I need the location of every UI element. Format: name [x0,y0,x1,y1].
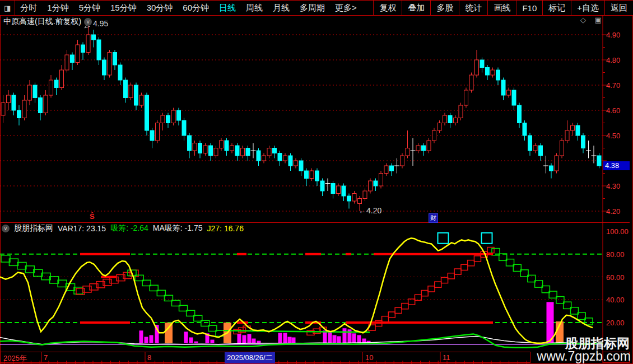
menu-item-daily[interactable]: 日线 [214,1,241,15]
menu-item-fuquan[interactable]: 复权 [373,1,402,15]
menu-item-huaxian[interactable]: 画线 [487,1,516,15]
indicator-chevron-down-icon[interactable]: ˅ [2,225,10,232]
finance-event-marker[interactable]: 财 [429,213,438,223]
trading-app-window: ◨ 分时 1分钟 5分钟 15分钟 30分钟 60分钟 日线 周线 月线 多周期… [0,0,633,364]
menu-item-more[interactable]: 更多> [330,1,362,15]
price-axis-label: 4.70 [606,81,620,90]
high-price-annotation: 4.95 [93,19,108,28]
menu-item-biaoji[interactable]: 标记 [542,1,571,15]
price-axis-label: 4.90 [606,31,620,39]
indicator-axis-label: 100.00 [606,227,629,236]
price-axis-label: 4.60 [606,106,620,115]
menubar-right-group: 复权 叠加 多股 统计 画线 F10 标记 +自选 返回 [373,1,633,15]
window-icon[interactable]: ◨ [0,1,15,15]
indicator-xichou-value: 吸筹: -2.64 [110,223,148,234]
price-axis-label: 4.80 [606,56,620,64]
menu-item-diejia[interactable]: 叠加 [402,1,430,15]
menu-item-5min[interactable]: 5分钟 [74,1,105,15]
title-chevron-down-icon[interactable]: ˅ [84,18,92,26]
indicator-site-name[interactable]: 股朋指标网 [14,223,53,234]
signal-marker: Ŝ [90,212,95,221]
low-price-annotation: ←4.20 [359,206,381,215]
menu-item-duogu[interactable]: 多股 [430,1,459,15]
indicator-axis-label: 20.00 [606,319,625,327]
title-right-icons[interactable]: ◇ ▣ [580,16,605,24]
x-axis-label: 8 [147,353,151,362]
x-axis-label: 2025年 [3,353,27,363]
stock-title: 中原高速(日线.前复权) [3,17,81,27]
menu-item-add-watchlist[interactable]: +自选 [571,1,604,15]
menu-item-15min[interactable]: 15分钟 [105,1,142,15]
crosshair-date-tag: 2025/08/26/二 [225,352,275,363]
menu-item-60min[interactable]: 60分钟 [178,1,214,15]
x-axis-label: 11 [443,353,450,362]
menu-item-f10[interactable]: F10 [516,1,542,15]
price-axis-label: 4.30 [606,182,620,190]
menu-item-fenshi[interactable]: 分时 [15,1,42,15]
x-axis-label: 10 [365,353,373,362]
menu-item-back[interactable]: 返回 [604,1,633,15]
price-axis-label: 4.20 [606,207,620,216]
indicator-j27-value: J27: 16.76 [207,224,244,233]
indicator-var17-value: VAR17: 23.15 [58,224,106,233]
menu-item-tongji[interactable]: 统计 [459,1,487,15]
indicator-axis-label: 80.00 [606,250,625,258]
indicator-axis-label: 60.00 [606,273,625,281]
menu-item-weekly[interactable]: 周线 [241,1,268,15]
menu-item-1min[interactable]: 1分钟 [42,1,73,15]
current-price-tag: 4.38 [603,161,630,170]
indicator-ma-xichou-value: MA吸筹: -1.75 [153,223,203,234]
watermark-url: www.7gpzb.com [537,349,631,364]
chart-titlebar: 中原高速(日线.前复权) ˅ [3,17,92,27]
menu-item-monthly[interactable]: 月线 [268,1,295,15]
indicator-axis-label: 40.00 [606,296,625,304]
top-menubar: ◨ 分时 1分钟 5分钟 15分钟 30分钟 60分钟 日线 周线 月线 多周期… [0,0,633,16]
menu-item-30min[interactable]: 30分钟 [142,1,178,15]
menu-item-multiperiod[interactable]: 多周期 [295,1,330,15]
price-axis-label: 4.50 [606,132,620,140]
indicator-header: ˅ 股朋指标网 VAR17: 23.15 吸筹: -2.64 MA吸筹: -1.… [2,223,244,234]
chart-canvas [0,0,633,364]
x-axis-label: 7 [44,353,48,362]
